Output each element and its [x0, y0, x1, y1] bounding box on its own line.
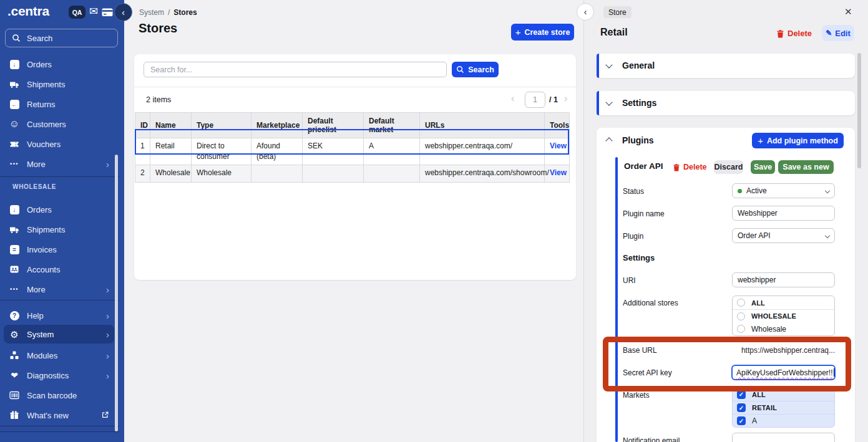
- edit-store-button[interactable]: ✎ Edit: [822, 25, 854, 41]
- option-wholesale-group[interactable]: WHOLESALE: [733, 309, 834, 322]
- market-retail[interactable]: ✓ RETAIL: [733, 401, 834, 414]
- markets-list: ✓ ALL ✓ RETAIL ✓ A: [732, 387, 835, 428]
- panel-scrollbar[interactable]: [857, 53, 861, 168]
- pagination-next-icon[interactable]: ›: [564, 93, 567, 104]
- modules-icon: [9, 350, 20, 360]
- col-urls[interactable]: URLs: [420, 113, 545, 138]
- credit-card-icon[interactable]: [102, 8, 113, 17]
- sidebar-item-diagnostics[interactable]: ❤ Diagnostics ›: [4, 367, 114, 384]
- settings-section[interactable]: Settings: [597, 91, 855, 115]
- delete-plugin-button[interactable]: Delete: [673, 163, 707, 171]
- page-title: Stores: [139, 21, 177, 36]
- delete-store-button[interactable]: Delete: [776, 29, 812, 38]
- search-button[interactable]: Search: [452, 62, 499, 77]
- orders-icon: ↓: [9, 205, 20, 214]
- stores-list-card: Search 2 items ‹ 1 / 1 › ID Name Type Ma…: [134, 54, 576, 280]
- discard-button[interactable]: Discard: [714, 160, 743, 174]
- sidebar-item-more[interactable]: ••• More ›: [4, 155, 114, 173]
- qa-environment-badge: QA: [69, 6, 85, 19]
- sidebar-item-accounts[interactable]: Accounts: [4, 261, 114, 278]
- collapse-sidebar-button[interactable]: ‹: [114, 3, 132, 21]
- table-row-wholesale[interactable]: 2 Wholesale Wholesale webshipper.centraq…: [135, 165, 570, 182]
- view-link[interactable]: View: [550, 168, 567, 177]
- general-section[interactable]: General: [597, 54, 855, 78]
- create-store-button[interactable]: + Create store: [511, 24, 574, 41]
- col-default-pricelist[interactable]: Default pricelist: [303, 113, 364, 138]
- sidebar-item-orders[interactable]: ↓ Orders: [4, 55, 114, 73]
- sidebar-item-modules[interactable]: Modules ›: [4, 347, 114, 364]
- save-button[interactable]: Save: [751, 160, 775, 174]
- global-search[interactable]: Search: [5, 29, 118, 47]
- plugin-name-label: Plugin name: [623, 209, 665, 218]
- col-id[interactable]: ID: [135, 113, 150, 138]
- save-as-new-button[interactable]: Save as new: [778, 160, 834, 174]
- sidebar-divider: [0, 300, 119, 300]
- sidebar-item-wholesale-more[interactable]: ••• More ›: [4, 281, 114, 298]
- sidebar-item-wholesale-orders[interactable]: ↓ Orders: [4, 201, 114, 218]
- barcode-icon: [9, 391, 20, 400]
- store-title: Retail: [600, 27, 628, 38]
- secret-api-key-input[interactable]: ApiKeyUsedForWebshipper!!: [731, 365, 836, 380]
- col-default-market[interactable]: Default market: [364, 113, 420, 138]
- sidebar-item-scan-barcode[interactable]: Scan barcode: [4, 387, 114, 404]
- search-input[interactable]: [144, 62, 447, 77]
- chevron-down-icon: [825, 188, 830, 193]
- breadcrumb-separator: /: [168, 8, 170, 17]
- sidebar-item-system[interactable]: ⚙ System ›: [4, 325, 114, 344]
- ellipsis-icon: •••: [9, 161, 20, 167]
- sidebar-item-whats-new[interactable]: What's new: [4, 406, 114, 424]
- stores-table: ID Name Type Marketplace Default priceli…: [135, 112, 570, 183]
- store-tag: Store: [603, 6, 631, 18]
- breadcrumb-stores[interactable]: Stores: [173, 8, 197, 17]
- plugin-select[interactable]: Order API: [732, 228, 835, 243]
- sidebar-item-help[interactable]: ? Help ›: [4, 307, 114, 324]
- gift-icon: [9, 410, 20, 420]
- sidebar-item-customers[interactable]: ☺ Customers: [4, 115, 114, 133]
- uri-input[interactable]: [732, 272, 835, 287]
- sidebar-scrollbar[interactable]: [115, 155, 118, 431]
- pagination-prev-icon[interactable]: ‹: [511, 93, 514, 104]
- col-name[interactable]: Name: [150, 113, 192, 138]
- market-all[interactable]: ✓ ALL: [733, 388, 834, 401]
- checkbox-checked-icon[interactable]: ✓: [737, 403, 746, 412]
- store-detail-panel: Store ✕ Retail Delete ✎ Edit General Set…: [583, 0, 868, 442]
- section-accent-bar: [597, 91, 599, 115]
- status-select[interactable]: Active: [732, 183, 835, 198]
- wholesale-section-label: WHOLESALE: [12, 183, 56, 190]
- market-a[interactable]: ✓ A: [733, 414, 834, 427]
- chevron-up-icon[interactable]: [605, 137, 612, 144]
- checkbox-unchecked-icon[interactable]: [737, 299, 745, 307]
- plugin-name-input[interactable]: [732, 206, 835, 221]
- chevron-down-icon: [605, 98, 612, 105]
- view-link[interactable]: View: [550, 142, 567, 150]
- col-marketplace[interactable]: Marketplace: [251, 113, 303, 138]
- checkbox-checked-icon[interactable]: ✓: [737, 390, 746, 399]
- table-row-retail[interactable]: 1 Retail Direct to consumer Afound (beta…: [135, 138, 570, 165]
- checkbox-unchecked-icon[interactable]: [737, 325, 745, 333]
- pagination-page-input[interactable]: 1: [525, 92, 545, 108]
- text-cursor: [834, 368, 834, 377]
- sidebar-item-returns[interactable]: ← Returns: [4, 95, 114, 113]
- sidebar-item-vouchers[interactable]: Vouchers: [4, 135, 114, 153]
- status-label: Status: [623, 187, 644, 196]
- breadcrumb-system[interactable]: System: [139, 8, 164, 17]
- sidebar-item-wholesale-shipments[interactable]: Shipments: [4, 221, 114, 238]
- chevron-down-icon: [825, 233, 830, 238]
- external-link-icon: [101, 411, 109, 420]
- add-plugin-method-button[interactable]: + Add plugin method: [752, 133, 844, 148]
- checkbox-unchecked-icon[interactable]: [737, 312, 745, 320]
- sidebar-item-invoices[interactable]: = Invoices: [4, 241, 114, 258]
- section-accent-bar: [597, 54, 599, 78]
- sidebar-item-shipments[interactable]: Shipments: [4, 75, 114, 93]
- option-all[interactable]: ALL: [733, 296, 834, 309]
- option-wholesale[interactable]: Wholesale: [733, 322, 834, 335]
- checkbox-checked-icon[interactable]: ✓: [737, 416, 746, 425]
- col-tools[interactable]: Tools: [545, 113, 570, 138]
- col-type[interactable]: Type: [192, 113, 251, 138]
- notification-email-input[interactable]: [732, 433, 835, 442]
- close-icon[interactable]: ✕: [844, 6, 852, 17]
- mail-icon[interactable]: ✉: [89, 5, 98, 18]
- panel-back-button[interactable]: ‹: [577, 3, 594, 21]
- pencil-icon: ✎: [826, 29, 832, 37]
- gear-icon: ⚙: [9, 330, 20, 339]
